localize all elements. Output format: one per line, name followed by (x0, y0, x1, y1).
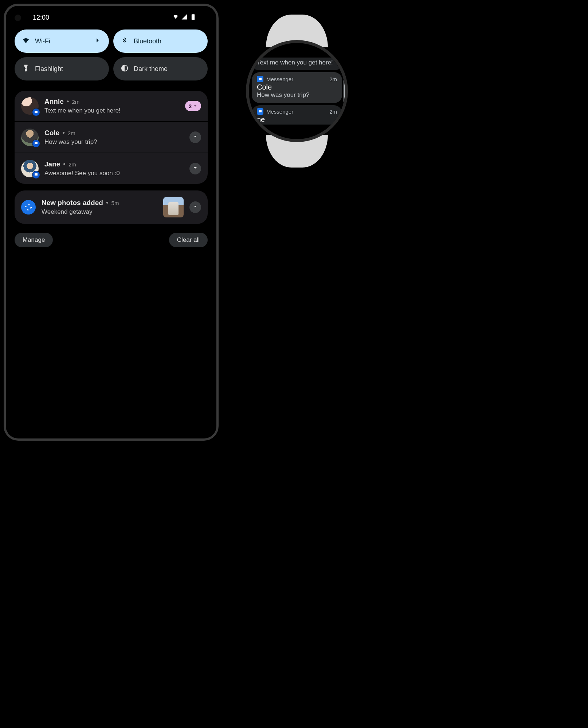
phone-frame: 12:00 Wi-Fi (4, 4, 219, 441)
watch-frame: Text me when you get here! Messenger 2m … (240, 15, 353, 168)
watch-notification-peek[interactable]: Text me when you get here! (252, 58, 342, 70)
watch-crown[interactable] (347, 83, 348, 98)
battery-status-icon (189, 13, 197, 22)
watch-notification-text: Text me when you get here! (257, 59, 337, 66)
notification-item[interactable]: Jane • 2m Awesome! See you soon :0 (15, 153, 208, 184)
notification-subtitle: Weekend getaway (42, 208, 157, 216)
notification-sender: Cole (44, 129, 59, 137)
status-bar: 12:00 (11, 9, 211, 26)
notification-actions: Manage Clear all (11, 228, 211, 252)
notification-item[interactable]: New photos added • 5m Weekend getaway (15, 190, 208, 224)
notification-count-pill[interactable]: 2 (185, 101, 201, 111)
watch-face: Text me when you get here! Messenger 2m … (246, 40, 348, 142)
manage-button[interactable]: Manage (15, 233, 53, 247)
status-time: 12:00 (33, 14, 49, 21)
watch-notification-time: 2m (329, 109, 337, 115)
watch-notification-card[interactable]: Messenger 2m Cole How was your trip? (252, 72, 342, 103)
avatar (21, 129, 39, 146)
bluetooth-icon (121, 36, 129, 46)
watch-notification-peek[interactable]: Messenger 2m ne (252, 105, 342, 125)
watch-app-name: Messenger (266, 76, 293, 82)
qs-darktheme-tile[interactable]: Dark theme (113, 57, 208, 80)
notification-thumbnail (163, 197, 184, 217)
watch-notification-time: 2m (329, 76, 337, 82)
signal-status-icon (181, 13, 188, 22)
qs-wifi-label: Wi-Fi (35, 38, 50, 45)
notification-sender: Annie (44, 98, 64, 106)
messages-app-icon (32, 108, 40, 116)
watch-notification-text: How was your trip? (257, 91, 337, 99)
clear-all-button[interactable]: Clear all (169, 233, 208, 247)
notification-sender: Jane (44, 160, 60, 168)
qs-bluetooth-tile[interactable]: Bluetooth (113, 29, 208, 53)
expand-button[interactable] (189, 131, 201, 143)
flashlight-icon (22, 64, 30, 74)
watch-app-name: Messenger (266, 109, 293, 115)
chevron-down-icon (192, 204, 198, 211)
qs-flashlight-label: Flashlight (35, 65, 63, 73)
chevron-down-icon (192, 165, 198, 172)
photos-app-icon (21, 200, 36, 215)
avatar (21, 160, 39, 177)
notification-time: 2m (68, 130, 75, 136)
messenger-icon (257, 76, 263, 82)
front-camera (15, 15, 21, 21)
watch-notification-sender: ne (257, 115, 337, 124)
wifi-status-icon (172, 13, 179, 22)
qs-darktheme-label: Dark theme (134, 65, 168, 73)
notification-text: How was your trip? (44, 138, 184, 146)
notification-text: Awesome! See you soon :0 (44, 170, 184, 177)
expand-button[interactable] (189, 201, 201, 213)
messenger-icon (257, 108, 263, 115)
wifi-icon (22, 36, 30, 46)
notification-time: 5m (111, 200, 119, 206)
notification-text: Text me when you get here! (44, 107, 179, 114)
expand-button[interactable] (189, 163, 201, 174)
qs-bluetooth-label: Bluetooth (134, 38, 161, 45)
notification-time: 2m (68, 161, 76, 168)
notification-time: 2m (72, 99, 79, 105)
chevron-down-icon (192, 134, 198, 141)
quick-settings: Wi-Fi Bluetooth Flashlight Dark theme (11, 26, 211, 84)
dark-theme-icon (121, 64, 129, 74)
avatar (21, 97, 39, 115)
messages-app-icon (32, 139, 40, 147)
notification-title: New photos added (42, 199, 103, 207)
qs-flashlight-tile[interactable]: Flashlight (15, 57, 109, 80)
notification-group-photos: New photos added • 5m Weekend getaway (15, 190, 208, 224)
watch-notification-sender: Cole (257, 83, 337, 91)
chevron-down-icon (193, 103, 197, 109)
chevron-right-icon (94, 36, 102, 46)
notification-item[interactable]: Annie • 2m Text me when you get here! 2 (15, 91, 208, 122)
qs-wifi-tile[interactable]: Wi-Fi (15, 29, 109, 53)
messages-app-icon (32, 171, 40, 179)
notification-group-messages: Annie • 2m Text me when you get here! 2 (15, 91, 208, 184)
notification-item[interactable]: Cole • 2m How was your trip? (15, 122, 208, 153)
